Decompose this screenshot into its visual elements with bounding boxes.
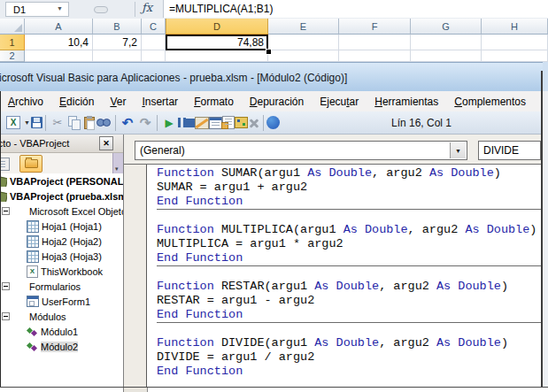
column-header-F[interactable]: F: [339, 19, 411, 35]
paste-icon[interactable]: [84, 117, 95, 129]
cut-icon[interactable]: [49, 114, 66, 132]
selected-cell-border[interactable]: [166, 35, 268, 50]
tree-item-formularios[interactable]: Formularios: [0, 279, 123, 294]
cell-H1[interactable]: [482, 35, 548, 50]
tree-expander-icon[interactable]: [2, 282, 10, 290]
folder-icon: [25, 159, 38, 168]
tree-expander-icon[interactable]: [2, 312, 10, 320]
cell-E1[interactable]: [268, 35, 339, 50]
project-explorer-icon[interactable]: [209, 117, 222, 129]
column-header-A[interactable]: A: [25, 19, 93, 35]
tree-item-mo-dulo1[interactable]: Módulo1: [0, 324, 123, 339]
vbe-title-bar[interactable]: Microsoft Visual Basic para Aplicaciones…: [0, 62, 548, 91]
tree-item-mo-dulo2[interactable]: Módulo2: [0, 339, 123, 354]
view-excel-icon[interactable]: [6, 116, 20, 129]
tree-item-vbaproject-prueba-xlsm[interactable]: VBAProject (prueba.xlsm): [0, 188, 123, 204]
cell-G1[interactable]: [411, 35, 482, 50]
menu-ver[interactable]: Ver: [102, 93, 134, 111]
sheet-icon: [27, 235, 39, 248]
menu-edicion[interactable]: Edición: [51, 93, 102, 111]
cell-F2[interactable]: [339, 50, 411, 62]
menu-archivo[interactable]: Archivo: [0, 93, 51, 111]
code-margin-indicator-bar[interactable]: [124, 165, 147, 387]
copy-icon[interactable]: [66, 114, 84, 132]
properties-window-icon[interactable]: [222, 116, 235, 129]
select-all-corner[interactable]: [0, 19, 25, 35]
vbe-window-left-edge: [0, 91, 1, 387]
menu-complementos[interactable]: Complementos: [446, 93, 534, 111]
code-editor[interactable]: Function SUMAR(argu1 As Double, argu2 As…: [148, 165, 541, 387]
chevron-down-icon[interactable]: ▼: [450, 142, 466, 158]
project-panel-title: Proyecto - VBAProject: [0, 138, 69, 149]
cell-E2[interactable]: [268, 50, 339, 62]
tree-item-hoja2-hoja2[interactable]: Hoja2 (Hoja2): [0, 234, 123, 249]
code-line: Function SUMAR(argu1 As Double, argu2 As…: [157, 166, 541, 181]
cell-A2[interactable]: [25, 50, 93, 62]
toggle-folders-button[interactable]: [19, 155, 42, 173]
project-panel-titlebar[interactable]: Proyecto - VBAProject ✕: [0, 135, 123, 153]
break-icon[interactable]: [178, 118, 186, 127]
procedure-dropdown[interactable]: DIVIDE: [478, 141, 541, 160]
code-line: End Function: [157, 365, 541, 379]
menu-formato[interactable]: Formato: [186, 93, 242, 111]
code-line: MULTIPLICA = argu1 * argu2: [157, 237, 541, 251]
tree-item-hoja3-hoja3[interactable]: Hoja3 (Hoja3): [0, 249, 123, 264]
view-object-icon[interactable]: [0, 157, 11, 171]
tree-item-userform1[interactable]: UserForm1: [0, 294, 123, 309]
formula-bar-resize-handle[interactable]: [94, 6, 108, 13]
menu-depuracion[interactable]: Depuración: [242, 93, 312, 111]
tree-item-vbaproject-personal-xlsb[interactable]: VBAProject (PERSONAL.XLSB): [0, 173, 123, 188]
chevron-down-icon[interactable]: ▼: [23, 114, 31, 132]
cell-B1[interactable]: 7,2: [93, 35, 142, 50]
tree-item-label: Formularios: [29, 281, 81, 292]
tree-item-thisworkbook[interactable]: ThisWorkbook: [0, 264, 123, 279]
column-header-H[interactable]: H: [482, 19, 548, 35]
cell-F1[interactable]: [339, 35, 411, 50]
row-header-1[interactable]: 1: [0, 35, 25, 50]
column-header-E[interactable]: E: [268, 19, 339, 35]
toolbox-icon[interactable]: [248, 117, 260, 129]
menu-ejecutar[interactable]: Ejecutar: [312, 93, 367, 111]
find-icon[interactable]: [95, 114, 112, 132]
help-icon[interactable]: [266, 116, 280, 129]
row-header-2[interactable]: 2: [0, 50, 25, 62]
formula-bar: D1 ▼ ƒx =MULTIPLICA(A1;B1): [0, 0, 548, 19]
tree-item-microsoft-excel-objetos[interactable]: Microsoft Excel Objetos: [0, 204, 123, 219]
tree-item-label: ThisWorkbook: [41, 266, 103, 277]
undo-icon[interactable]: [119, 114, 136, 132]
tree-expander-icon[interactable]: [2, 207, 10, 215]
background-filler: [543, 62, 548, 91]
project-panel-toolbar: [0, 153, 123, 173]
run-icon[interactable]: [160, 114, 178, 132]
tree-item-mo-dulos[interactable]: Módulos: [0, 309, 123, 324]
toolbar-overflow-button[interactable]: [112, 153, 123, 173]
cell-D2[interactable]: [166, 50, 268, 62]
redo-icon[interactable]: [136, 114, 154, 132]
toolbar-separator: [115, 115, 116, 131]
fill-handle[interactable]: [266, 49, 272, 55]
cell-G2[interactable]: [411, 50, 482, 62]
save-icon[interactable]: [31, 117, 42, 128]
vbe-toolbar: ▼: [0, 111, 542, 135]
menu-insertar[interactable]: Insertar: [134, 93, 186, 111]
reset-icon[interactable]: [186, 119, 195, 127]
column-header-G[interactable]: G: [411, 19, 482, 35]
column-header-C[interactable]: C: [142, 19, 166, 35]
tree-item-hoja1-hoja1[interactable]: Hoja1 (Hoja1): [0, 219, 123, 234]
cell-A1[interactable]: 10,4: [25, 35, 93, 50]
design-icon[interactable]: [195, 117, 209, 129]
formula-input[interactable]: =MULTIPLICA(A1;B1): [163, 0, 548, 18]
insert-function-icon[interactable]: ƒx: [142, 1, 161, 17]
cell-H2[interactable]: [482, 50, 548, 62]
tree-item-label: Hoja1 (Hoja1): [42, 221, 102, 232]
column-header-D[interactable]: D: [166, 19, 268, 35]
cell-C1[interactable]: [142, 35, 166, 50]
menu-herramientas[interactable]: Herramientas: [367, 93, 446, 111]
close-icon[interactable]: ✕: [99, 136, 113, 150]
column-header-B[interactable]: B: [93, 19, 142, 35]
object-dropdown[interactable]: (General) ▼: [135, 141, 467, 160]
cell-C2[interactable]: [142, 50, 166, 62]
object-browser-icon[interactable]: [235, 117, 248, 128]
cell-B2[interactable]: [93, 50, 142, 62]
chevron-down-icon[interactable]: ▼: [57, 5, 63, 12]
